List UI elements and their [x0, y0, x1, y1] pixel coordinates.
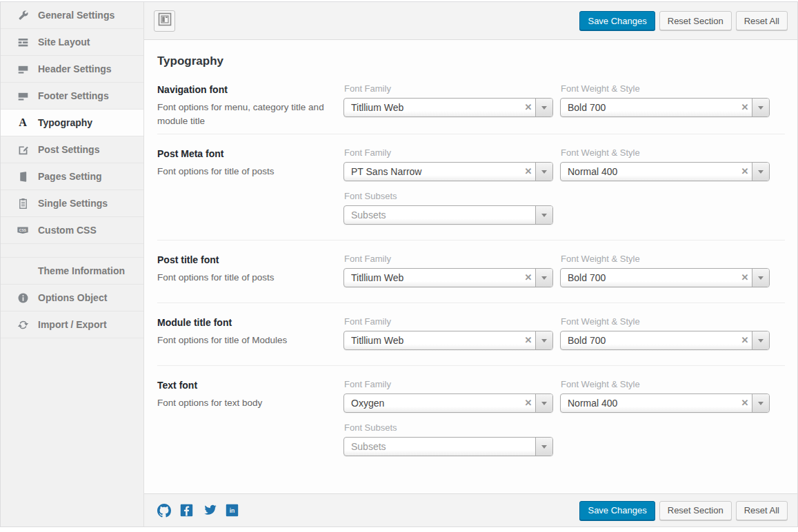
sidebar-item-general-settings[interactable]: General Settings [1, 2, 143, 29]
selected-value: Oxygen [344, 394, 521, 412]
clear-icon[interactable]: ✕ [521, 269, 535, 287]
dropdown-arrow-icon[interactable] [752, 394, 769, 412]
settings-sidebar: General Settings Site Layout Header Sett… [1, 2, 144, 526]
font-family-select[interactable]: Oxygen ✕ [343, 393, 553, 413]
setting-description: Font options for text body [157, 396, 324, 410]
font-family-field: Font Family Titllium Web ✕ [343, 316, 553, 350]
layout-toggle-button[interactable] [154, 10, 175, 32]
dropdown-arrow-icon[interactable] [752, 99, 769, 116]
theme-options-panel: General Settings Site Layout Header Sett… [0, 1, 798, 527]
reset-all-button[interactable]: Reset All [736, 501, 788, 520]
sidebar-item-site-layout[interactable]: Site Layout [1, 29, 143, 56]
site-layout-icon [17, 36, 29, 48]
setting-description: Font options for title of posts [157, 271, 324, 285]
sidebar-item-label: General Settings [38, 10, 114, 21]
font-subsets-select[interactable]: Subsets [343, 205, 553, 225]
clear-icon[interactable]: ✕ [521, 331, 535, 349]
sidebar-item-custom-css[interactable]: CSS Custom CSS [1, 217, 143, 244]
clear-icon[interactable]: ✕ [738, 99, 752, 116]
dropdown-arrow-icon[interactable] [752, 331, 769, 349]
sidebar-item-footer-settings[interactable]: Footer Settings [1, 83, 143, 110]
field-label: Font Subsets [344, 422, 553, 433]
font-family-select[interactable]: Titllium Web ✕ [343, 331, 553, 350]
svg-text:CSS: CSS [19, 228, 27, 232]
setting-title: Text font [157, 379, 324, 392]
selected-value: Normal 400 [561, 163, 738, 181]
dropdown-arrow-icon[interactable] [535, 438, 552, 456]
no-icon [17, 265, 29, 277]
reset-section-button[interactable]: Reset Section [659, 11, 732, 30]
sidebar-item-label: Import / Export [38, 319, 107, 330]
reset-section-button[interactable]: Reset Section [659, 501, 732, 520]
setting-row-post-title-font: Post title font Font options for title o… [157, 241, 785, 303]
sidebar-item-options-object[interactable]: Options Object [1, 285, 143, 311]
dropdown-arrow-icon[interactable] [535, 394, 552, 412]
dropdown-arrow-icon[interactable] [752, 163, 769, 181]
dropdown-arrow-icon[interactable] [535, 269, 552, 287]
github-icon[interactable] [157, 504, 171, 518]
font-family-select[interactable]: Titllium Web ✕ [343, 268, 553, 287]
pages-icon [17, 170, 29, 183]
dropdown-arrow-icon[interactable] [535, 331, 552, 349]
font-weight-select[interactable]: Normal 400 ✕ [560, 393, 770, 413]
field-label: Font Family [344, 379, 553, 389]
sidebar-item-import-export[interactable]: Import / Export [1, 311, 143, 338]
setting-title: Navigation font [157, 83, 324, 96]
sidebar-item-label: Post Settings [38, 144, 99, 155]
sidebar-item-header-settings[interactable]: Header Settings [1, 56, 143, 83]
setting-row-text-font: Text font Font options for text body Fon… [157, 366, 785, 471]
facebook-icon[interactable] [180, 504, 193, 517]
dropdown-arrow-icon[interactable] [535, 206, 552, 224]
sidebar-item-single-settings[interactable]: Single Settings [1, 190, 143, 217]
sidebar-item-post-settings[interactable]: Post Settings [1, 136, 143, 163]
clipboard-icon [17, 197, 29, 209]
font-weight-field: Font Weight & Style Normal 400 ✕ [560, 379, 770, 413]
header-icon [17, 63, 29, 75]
save-changes-button[interactable]: Save Changes [579, 501, 655, 520]
font-subsets-select[interactable]: Subsets [343, 437, 553, 456]
sidebar-item-label: Footer Settings [38, 90, 109, 101]
font-family-select[interactable]: Titllium Web ✕ [343, 98, 553, 117]
dropdown-arrow-icon[interactable] [535, 163, 552, 181]
sidebar-item-label: Pages Setting [38, 171, 102, 182]
reset-all-button[interactable]: Reset All [736, 11, 788, 30]
selected-value: PT Sans Narrow [344, 163, 521, 181]
footer-icon [17, 90, 29, 102]
setting-description: Font options for title of Modules [157, 334, 324, 347]
select-placeholder: Subsets [344, 438, 535, 456]
topbar: Save Changes Reset Section Reset All [144, 2, 797, 40]
footerbar: in Save Changes Reset Section Reset All [144, 493, 797, 526]
clear-icon[interactable]: ✕ [521, 163, 535, 181]
twitter-icon[interactable] [202, 503, 217, 518]
font-weight-field: Font Weight & Style Normal 400 ✕ [560, 147, 770, 181]
linkedin-icon[interactable]: in [226, 504, 239, 517]
page-title: Typography [157, 54, 785, 68]
setting-title: Post Meta font [157, 147, 324, 161]
clear-icon[interactable]: ✕ [521, 394, 535, 412]
font-family-select[interactable]: PT Sans Narrow ✕ [343, 162, 553, 181]
selected-value: Bold 700 [561, 99, 738, 116]
clear-icon[interactable]: ✕ [521, 99, 535, 116]
clear-icon[interactable]: ✕ [738, 163, 752, 181]
selected-value: Titllium Web [344, 269, 521, 287]
setting-description: Font options for title of posts [157, 165, 324, 178]
font-weight-select[interactable]: Bold 700 ✕ [560, 98, 770, 117]
font-weight-field: Font Weight & Style Bold 700 ✕ [560, 316, 770, 350]
font-weight-select[interactable]: Normal 400 ✕ [560, 162, 770, 181]
save-changes-button[interactable]: Save Changes [579, 11, 655, 30]
typography-settings-content: Typography Navigation font Font options … [144, 40, 797, 493]
font-weight-select[interactable]: Bold 700 ✕ [560, 268, 770, 287]
sync-icon [17, 318, 29, 331]
clear-icon[interactable]: ✕ [738, 269, 752, 287]
sidebar-item-typography[interactable]: A Typography [1, 110, 143, 136]
font-weight-select[interactable]: Bold 700 ✕ [560, 331, 770, 350]
clear-icon[interactable]: ✕ [738, 394, 752, 412]
clear-icon[interactable]: ✕ [738, 331, 752, 349]
dropdown-arrow-icon[interactable] [752, 269, 769, 287]
css-icon: CSS [17, 224, 29, 236]
setting-row-navigation-font: Navigation font Font options for menu, c… [157, 70, 785, 134]
sidebar-item-theme-information[interactable]: Theme Information [1, 258, 143, 285]
sidebar-item-pages-setting[interactable]: Pages Setting [1, 163, 143, 190]
dropdown-arrow-icon[interactable] [535, 99, 552, 116]
field-label: Font Weight & Style [561, 254, 770, 264]
